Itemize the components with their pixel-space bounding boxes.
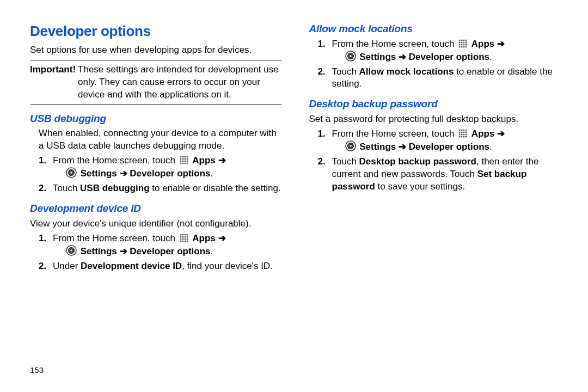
mock-heading: Allow mock locations xyxy=(309,22,561,36)
gear-icon xyxy=(66,245,77,256)
dev-options-label: Developer options xyxy=(130,246,210,256)
settings-label: Settings xyxy=(81,246,117,256)
left-column: Developer options Set options for use wh… xyxy=(30,22,282,275)
mock-steps: From the Home screen, touch Apps ➔ Setti… xyxy=(318,38,561,91)
apps-icon xyxy=(179,155,189,165)
arrow-icon: ➔ xyxy=(497,128,505,139)
apps-label: Apps xyxy=(192,155,216,166)
backup-step-1: From the Home screen, touch Apps ➔ Setti… xyxy=(318,128,561,154)
important-label: Important! xyxy=(30,64,76,101)
apps-icon xyxy=(458,39,468,48)
mock-step-1: From the Home screen, touch Apps ➔ Setti… xyxy=(318,38,561,64)
usb-step-2: Touch USB debugging to enable or disable… xyxy=(39,182,282,195)
important-text: These settings are intended for developm… xyxy=(78,64,281,101)
step2-a: Touch xyxy=(332,66,359,77)
step2-bold: Allow mock locations xyxy=(359,66,454,77)
dev-options-label: Developer options xyxy=(130,168,210,179)
intro-text: Set options for use when developing apps… xyxy=(30,44,282,57)
important-note: Important! These settings are intended f… xyxy=(30,64,282,101)
usb-steps: From the Home screen, touch Apps ➔ Setti… xyxy=(39,155,282,195)
apps-icon xyxy=(458,128,468,138)
s2b1: Desktop backup password xyxy=(359,156,476,167)
usb-debugging-heading: USB debugging xyxy=(30,112,282,126)
dev-options-label: Developer options xyxy=(409,52,489,62)
usb-step-1: From the Home screen, touch Apps ➔ Setti… xyxy=(39,155,282,180)
usb-desc: When enabled, connecting your device to … xyxy=(39,127,282,152)
settings-label: Settings xyxy=(359,52,396,62)
step-text: From the Home screen, touch xyxy=(332,39,457,49)
period: . xyxy=(489,52,492,62)
step-text: From the Home screen, touch xyxy=(332,128,457,139)
dev-id-heading: Development device ID xyxy=(30,201,282,216)
divider-bottom xyxy=(30,105,282,105)
backup-steps: From the Home screen, touch Apps ➔ Setti… xyxy=(318,128,561,193)
period: . xyxy=(211,168,213,179)
settings-label: Settings xyxy=(359,142,396,152)
backup-step-2: Touch Desktop backup password, then ente… xyxy=(318,156,561,193)
step2-b: , find your device's ID. xyxy=(182,261,273,271)
devid-step-1: From the Home screen, touch Apps ➔ Setti… xyxy=(39,232,282,258)
apps-label: Apps xyxy=(471,128,495,139)
gear-icon xyxy=(345,51,356,62)
step2-a: Under xyxy=(53,261,81,271)
apps-label: Apps xyxy=(192,233,216,243)
devid-desc: View your device's unique identifier (no… xyxy=(30,218,282,230)
step2-a: Touch xyxy=(53,183,80,193)
step2-bold: Development device ID xyxy=(81,261,182,271)
period: . xyxy=(211,246,213,256)
period: . xyxy=(489,142,492,152)
right-column: Allow mock locations From the Home scree… xyxy=(309,22,561,275)
s2a: Touch xyxy=(332,156,359,167)
arrow-icon: ➔ xyxy=(120,246,127,256)
arrow-icon: ➔ xyxy=(218,155,226,166)
devid-steps: From the Home screen, touch Apps ➔ Setti… xyxy=(39,232,282,273)
arrow-icon: ➔ xyxy=(399,142,406,152)
apps-icon xyxy=(179,233,189,243)
s2end: to save your settings. xyxy=(375,181,465,192)
settings-label: Settings xyxy=(81,168,117,179)
gear-icon xyxy=(66,167,77,178)
step2-bold: USB debugging xyxy=(80,183,149,193)
arrow-icon: ➔ xyxy=(497,39,505,49)
backup-heading: Desktop backup password xyxy=(309,97,561,111)
page-number: 153 xyxy=(30,365,44,376)
main-heading: Developer options xyxy=(30,22,282,41)
mock-step-2: Touch Allow mock locations to enable or … xyxy=(318,66,561,91)
step2-b: to enable or disable the setting. xyxy=(150,183,281,193)
arrow-icon: ➔ xyxy=(120,168,127,179)
step-text: From the Home screen, touch xyxy=(53,155,178,166)
devid-step-2: Under Development device ID, find your d… xyxy=(39,260,282,273)
step-text: From the Home screen, touch xyxy=(53,233,178,243)
arrow-icon: ➔ xyxy=(399,52,406,62)
arrow-icon: ➔ xyxy=(218,233,226,243)
apps-label: Apps xyxy=(471,39,495,49)
gear-icon xyxy=(345,140,356,151)
dev-options-label: Developer options xyxy=(409,142,489,152)
divider-top xyxy=(30,60,282,60)
backup-desc: Set a password for protecting full deskt… xyxy=(309,113,561,126)
